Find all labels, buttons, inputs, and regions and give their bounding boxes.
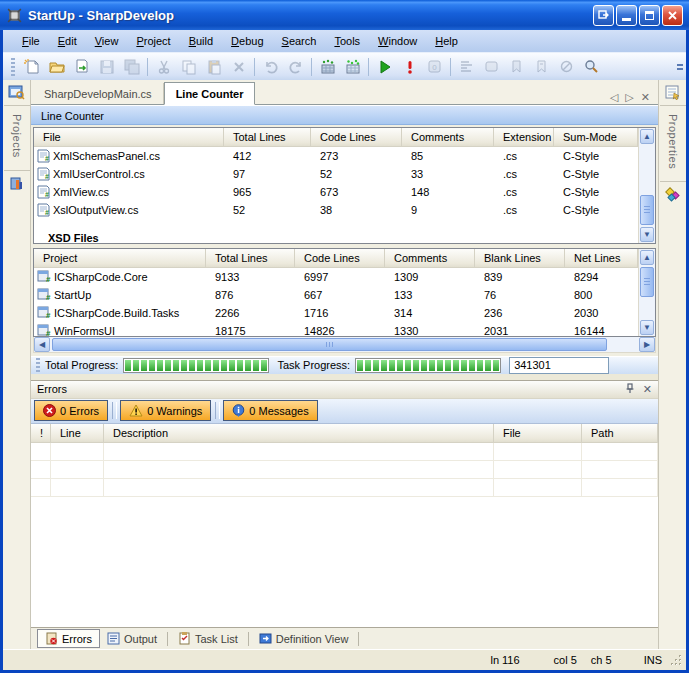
menu-tools[interactable]: Tools: [325, 32, 369, 50]
menu-file[interactable]: File: [13, 32, 49, 50]
next-tab-icon[interactable]: ▷: [625, 91, 633, 104]
projects-pad-tab[interactable]: [4, 80, 30, 106]
save-all-button[interactable]: [119, 55, 144, 79]
file-table: File Total Lines Code Lines Comments Ext…: [33, 127, 656, 244]
col-file[interactable]: File: [34, 128, 224, 146]
resize-grip-icon[interactable]: [670, 654, 683, 667]
project-table-hscrollbar[interactable]: ◀ ▶: [33, 337, 656, 353]
close-button[interactable]: [662, 5, 683, 26]
paste-button[interactable]: [201, 55, 226, 79]
menu-edit[interactable]: Edit: [49, 32, 86, 50]
save-as-button[interactable]: [69, 55, 94, 79]
sort-lines-button[interactable]: [454, 55, 479, 79]
menu-debug[interactable]: Debug: [222, 32, 272, 50]
col-project[interactable]: Project: [34, 249, 206, 267]
hscroll-thumb[interactable]: [52, 338, 607, 351]
scroll-down-icon[interactable]: ▼: [640, 227, 654, 242]
col-path[interactable]: Path: [582, 424, 658, 442]
menu-build[interactable]: Build: [180, 32, 222, 50]
scroll-thumb[interactable]: [640, 195, 654, 225]
properties-pad-tab[interactable]: [660, 80, 686, 106]
col-file[interactable]: File: [494, 424, 582, 442]
tab-output[interactable]: Output: [100, 630, 164, 647]
table-row[interactable]: #ICSharpCode.Build.Tasks 2266 1716 314 2…: [34, 304, 638, 322]
undo-button[interactable]: [258, 55, 283, 79]
col-net[interactable]: Net Lines: [565, 249, 638, 267]
col-severity[interactable]: !: [31, 424, 51, 442]
col-total[interactable]: Total Lines: [206, 249, 295, 267]
col-comments[interactable]: Comments: [402, 128, 494, 146]
menu-search[interactable]: Search: [273, 32, 326, 50]
search-button[interactable]: [579, 55, 604, 79]
tab-line-counter[interactable]: Line Counter: [164, 82, 256, 105]
col-sum-mode[interactable]: Sum-Mode: [554, 128, 638, 146]
file-table-scrollbar[interactable]: ▲ ▼: [638, 128, 655, 243]
profile-button[interactable]: 0: [422, 55, 447, 79]
new-file-button[interactable]: [19, 55, 44, 79]
comment-region-button[interactable]: [479, 55, 504, 79]
col-description[interactable]: Description: [104, 424, 494, 442]
toolbar-overflow-button[interactable]: [674, 55, 686, 79]
properties-pad-label[interactable]: Properties: [667, 106, 679, 177]
col-blank[interactable]: Blank Lines: [475, 249, 565, 267]
prev-tab-icon[interactable]: ◁: [610, 91, 618, 104]
table-row[interactable]: #ICSharpCode.Core 9133 6997 1309 839 829…: [34, 268, 638, 286]
menu-help[interactable]: Help: [426, 32, 467, 50]
projects-pad-label[interactable]: Projects: [11, 106, 23, 166]
progress-strip-grip[interactable]: [36, 358, 40, 373]
project-table-scrollbar[interactable]: ▲ ▼: [638, 249, 655, 336]
abort-button[interactable]: [397, 55, 422, 79]
redo-button[interactable]: [283, 55, 308, 79]
scroll-up-icon[interactable]: ▲: [640, 129, 654, 144]
open-file-button[interactable]: [44, 55, 69, 79]
scroll-up-icon[interactable]: ▲: [640, 250, 654, 265]
close-panel-icon[interactable]: ✕: [643, 383, 652, 396]
scroll-down-icon[interactable]: ▼: [640, 320, 654, 335]
svg-text:0: 0: [432, 63, 437, 72]
project-name: StartUp: [54, 289, 91, 301]
minimize-button[interactable]: [616, 5, 637, 26]
table-row[interactable]: #XmlView.cs 965 673 148 .cs C-Style: [34, 183, 638, 201]
save-button[interactable]: [94, 55, 119, 79]
scroll-right-icon[interactable]: ▶: [639, 337, 655, 352]
pin-icon[interactable]: [625, 383, 635, 396]
build-button[interactable]: [315, 55, 340, 79]
next-bookmark-button[interactable]: [529, 55, 554, 79]
tab-sharpdevelopmain[interactable]: SharpDevelopMain.cs: [33, 83, 164, 104]
table-row[interactable]: #WinFormsUI 18175 14826 1330 2031 16144: [34, 322, 638, 337]
toolbar-grip[interactable]: [11, 58, 15, 76]
menu-view[interactable]: View: [86, 32, 128, 50]
table-row[interactable]: #XmlUserControl.cs 97 52 33 .cs C-Style: [34, 165, 638, 183]
col-extension[interactable]: Extension: [494, 128, 554, 146]
tools-pad-tab[interactable]: [4, 170, 30, 196]
table-row[interactable]: #XmlSchemasPanel.cs 412 273 85 .cs C-Sty…: [34, 147, 638, 165]
cut-button[interactable]: [151, 55, 176, 79]
scroll-left-icon[interactable]: ◀: [34, 337, 50, 352]
tab-task-list[interactable]: Task List: [171, 630, 245, 647]
close-tab-icon[interactable]: ✕: [641, 91, 650, 104]
tab-errors[interactable]: Errors: [37, 629, 100, 648]
detach-window-button[interactable]: [593, 5, 614, 26]
menu-window[interactable]: Window: [369, 32, 426, 50]
warnings-filter-button[interactable]: 0 Warnings: [120, 400, 211, 421]
col-comments[interactable]: Comments: [385, 249, 475, 267]
toolbox-pad-tab[interactable]: [660, 181, 686, 207]
scroll-thumb[interactable]: [640, 267, 654, 297]
delete-button[interactable]: [226, 55, 251, 79]
table-row[interactable]: #XslOutputView.cs 52 38 9 .cs C-Style: [34, 201, 638, 219]
errors-filter-button[interactable]: 0 Errors: [34, 400, 108, 421]
maximize-button[interactable]: [639, 5, 660, 26]
copy-button[interactable]: [176, 55, 201, 79]
prev-bookmark-button[interactable]: [504, 55, 529, 79]
messages-filter-button[interactable]: 0 Messages: [223, 400, 317, 421]
col-total[interactable]: Total Lines: [224, 128, 311, 146]
run-button[interactable]: [372, 55, 397, 79]
col-line[interactable]: Line: [51, 424, 104, 442]
menu-project[interactable]: Project: [127, 32, 179, 50]
clear-bookmarks-button[interactable]: [554, 55, 579, 79]
build-all-button[interactable]: [340, 55, 365, 79]
col-code[interactable]: Code Lines: [295, 249, 385, 267]
table-row[interactable]: #StartUp 876 667 133 76 800: [34, 286, 638, 304]
tab-definition-view[interactable]: Definition View: [252, 630, 356, 647]
col-code[interactable]: Code Lines: [311, 128, 402, 146]
